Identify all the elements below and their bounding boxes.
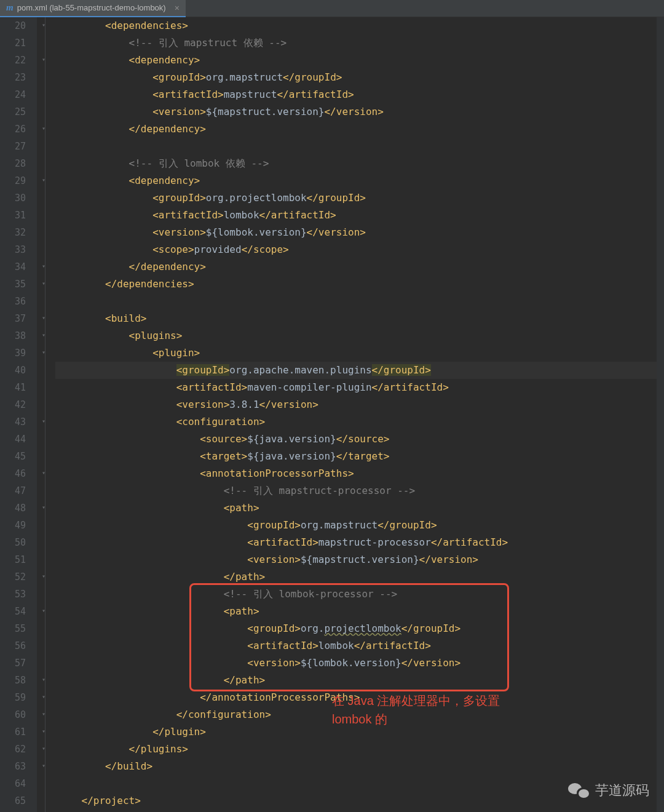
- fold-toggle[interactable]: ▾: [42, 125, 45, 132]
- code-line[interactable]: </dependency>: [55, 121, 664, 138]
- code-line[interactable]: <artifactId>lombok</artifactId>: [55, 207, 664, 224]
- code-line[interactable]: <!-- 引入 lombok-processor -->: [55, 586, 664, 603]
- fold-toggle[interactable]: ▾: [42, 314, 45, 321]
- line-number: 25: [0, 103, 26, 121]
- fold-toggle[interactable]: ▾: [42, 676, 45, 683]
- line-number: 59: [0, 689, 26, 706]
- code-line[interactable]: <groupId>org.projectlombok</groupId>: [55, 620, 664, 637]
- line-number: 27: [0, 138, 26, 155]
- fold-toggle[interactable]: ▾: [42, 349, 45, 356]
- code-line[interactable]: <groupId>org.mapstruct</groupId>: [55, 69, 664, 86]
- editor[interactable]: 2021222324252627282930313233343536373839…: [0, 17, 664, 812]
- code-line[interactable]: </dependency>: [55, 258, 664, 276]
- fold-toggle[interactable]: ▾: [42, 573, 45, 579]
- line-number: 52: [0, 568, 26, 586]
- code-line[interactable]: <scope>provided</scope>: [55, 241, 664, 258]
- line-number: 38: [0, 327, 26, 344]
- line-number: 28: [0, 155, 26, 172]
- code-line[interactable]: <groupId>org.mapstruct</groupId>: [55, 517, 664, 534]
- code-line[interactable]: </path>: [55, 568, 664, 586]
- fold-toggle[interactable]: ▾: [42, 56, 45, 63]
- fold-toggle[interactable]: ▾: [42, 280, 45, 287]
- close-icon[interactable]: ×: [175, 3, 180, 13]
- code-line[interactable]: [55, 138, 664, 155]
- code-line[interactable]: </plugins>: [55, 741, 664, 758]
- code-line[interactable]: <version>${mapstruct.version}</version>: [55, 551, 664, 568]
- code-area[interactable]: <dependencies> <!-- 引入 mapstruct 依赖 --> …: [55, 17, 664, 812]
- code-line[interactable]: <path>: [55, 603, 664, 620]
- code-line[interactable]: <plugin>: [55, 344, 664, 362]
- fold-toggle[interactable]: ▾: [42, 607, 45, 614]
- fold-toggle[interactable]: ▾: [42, 177, 45, 183]
- line-number: 57: [0, 655, 26, 672]
- line-number: 49: [0, 517, 26, 534]
- code-line[interactable]: <annotationProcessorPaths>: [55, 465, 664, 482]
- fold-toggle[interactable]: ▾: [42, 728, 45, 734]
- code-line[interactable]: <configuration>: [55, 413, 664, 431]
- code-line[interactable]: <dependency>: [55, 52, 664, 69]
- line-number: 50: [0, 534, 26, 551]
- line-number: 45: [0, 448, 26, 465]
- fold-toggle[interactable]: ▾: [42, 418, 45, 424]
- code-line[interactable]: <plugins>: [55, 327, 664, 344]
- code-line[interactable]: <groupId>org.projectlombok</groupId>: [55, 189, 664, 207]
- code-line[interactable]: <artifactId>mapstruct</artifactId>: [55, 86, 664, 103]
- code-line[interactable]: <build>: [55, 310, 664, 327]
- fold-toggle[interactable]: ▾: [42, 710, 45, 717]
- code-line[interactable]: <version>3.8.1</version>: [55, 396, 664, 413]
- fold-toggle[interactable]: ▾: [42, 693, 45, 700]
- line-number: 31: [0, 207, 26, 224]
- code-line[interactable]: <artifactId>mapstruct-processor</artifac…: [55, 534, 664, 551]
- line-number: 42: [0, 396, 26, 413]
- wechat-icon: [568, 782, 589, 799]
- tab-title: pom.xml (lab-55-mapstruct-demo-lombok): [17, 3, 166, 12]
- code-line[interactable]: <!-- 引入 lombok 依赖 -->: [55, 155, 664, 172]
- code-line[interactable]: </path>: [55, 672, 664, 689]
- fold-toggle[interactable]: ▾: [42, 745, 45, 752]
- line-number: 44: [0, 431, 26, 448]
- line-number: 29: [0, 172, 26, 189]
- code-line[interactable]: </build>: [55, 758, 664, 775]
- line-number: 20: [0, 17, 26, 34]
- code-line[interactable]: </dependencies>: [55, 276, 664, 293]
- code-line[interactable]: <dependencies>: [55, 17, 664, 34]
- fold-toggle[interactable]: ▾: [42, 332, 45, 338]
- editor-tab[interactable]: m pom.xml (lab-55-mapstruct-demo-lombok)…: [0, 0, 186, 17]
- code-line[interactable]: <!-- 引入 mapstruct-processor -->: [55, 482, 664, 500]
- code-line[interactable]: <version>${lombok.version}</version>: [55, 224, 664, 241]
- fold-toggle[interactable]: ▾: [42, 762, 45, 769]
- code-line[interactable]: <!-- 引入 mapstruct 依赖 -->: [55, 34, 664, 52]
- line-number: 41: [0, 379, 26, 396]
- line-number: 51: [0, 551, 26, 568]
- line-number: 48: [0, 500, 26, 517]
- line-number: 33: [0, 241, 26, 258]
- fold-toggle[interactable]: ▾: [42, 22, 45, 28]
- code-line[interactable]: <artifactId>lombok</artifactId>: [55, 637, 664, 655]
- line-number: 65: [0, 792, 26, 810]
- line-number: 26: [0, 121, 26, 138]
- line-number: 61: [0, 723, 26, 741]
- code-line[interactable]: <target>${java.version}</target>: [55, 448, 664, 465]
- fold-column: ▾▾▾▾▾▾▾▾▾▾▾▾▾▾▾▾▾▾▾▾: [37, 17, 55, 812]
- fold-toggle[interactable]: ▾: [42, 469, 45, 476]
- code-line[interactable]: <path>: [55, 500, 664, 517]
- code-line[interactable]: <version>${lombok.version}</version>: [55, 655, 664, 672]
- fold-toggle[interactable]: ▾: [42, 504, 45, 511]
- code-line[interactable]: <dependency>: [55, 172, 664, 189]
- line-number: 22: [0, 52, 26, 69]
- line-number: 55: [0, 620, 26, 637]
- code-line[interactable]: <artifactId>maven-compiler-plugin</artif…: [55, 379, 664, 396]
- line-number: 56: [0, 637, 26, 655]
- code-line[interactable]: <version>${mapstruct.version}</version>: [55, 103, 664, 121]
- line-gutter: 2021222324252627282930313233343536373839…: [0, 17, 37, 812]
- code-line[interactable]: <groupId>org.apache.maven.plugins</group…: [55, 362, 664, 379]
- line-number: 30: [0, 189, 26, 207]
- fold-toggle[interactable]: ▾: [42, 263, 45, 269]
- line-number: 24: [0, 86, 26, 103]
- code-line[interactable]: <source>${java.version}</source>: [55, 431, 664, 448]
- line-number: 40: [0, 362, 26, 379]
- maven-file-icon: m: [6, 2, 14, 13]
- line-number: 21: [0, 34, 26, 52]
- line-number: 34: [0, 258, 26, 276]
- code-line[interactable]: [55, 293, 664, 310]
